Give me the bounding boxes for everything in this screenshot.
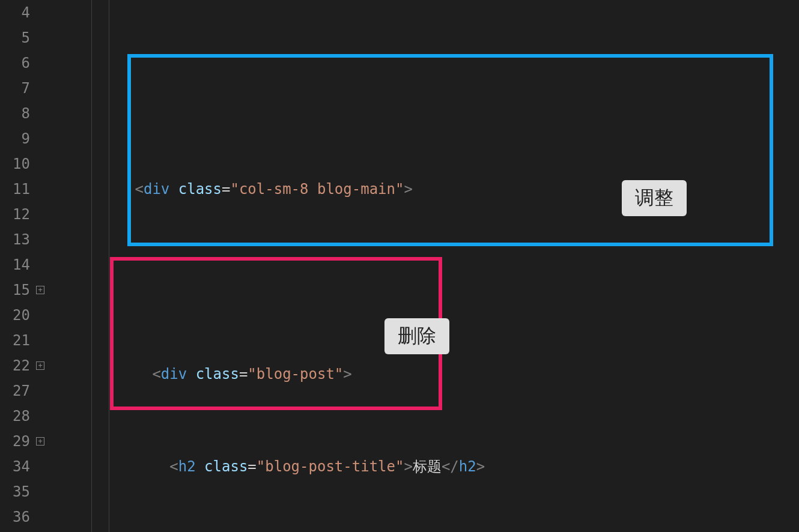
line-number: 10: [0, 151, 48, 177]
line-number: 20: [0, 303, 48, 328]
line-number: 34: [0, 454, 48, 479]
code-content[interactable]: <div class="col-sm-8 blog-main"> <div cl…: [48, 0, 799, 532]
line-number: 15+: [0, 277, 48, 303]
line-number: 29+: [0, 429, 48, 454]
line-number: 6: [0, 50, 48, 76]
line-number: 28: [0, 404, 48, 429]
annotation-label-adjust: 调整: [622, 180, 687, 216]
code-line[interactable]: [48, 269, 799, 294]
line-number: 9: [0, 126, 48, 151]
line-number: 27: [0, 378, 48, 404]
line-number: 13: [0, 227, 48, 252]
line-number: 4: [0, 0, 48, 25]
fold-expand-icon[interactable]: +: [36, 361, 44, 370]
code-line[interactable]: <div class="blog-post">: [48, 361, 799, 387]
line-number: 5: [0, 25, 48, 50]
code-line[interactable]: <h2 class="blog-post-title">标题</h2>: [48, 454, 799, 479]
line-number: 35: [0, 479, 48, 504]
annotation-label-delete: 删除: [384, 318, 449, 354]
indent-guides: [48, 0, 100, 532]
code-line[interactable]: [48, 84, 799, 109]
line-number: 11: [0, 177, 48, 202]
fold-expand-icon[interactable]: +: [36, 437, 44, 446]
fold-expand-icon[interactable]: +: [36, 286, 44, 294]
line-number: 12: [0, 202, 48, 227]
line-number: 8: [0, 101, 48, 126]
line-number: 36: [0, 504, 48, 530]
line-number: 14: [0, 252, 48, 277]
code-editor: 4 5 6 7 8 9 10 11 12 13 14 15+ 20 21 22+…: [0, 0, 799, 532]
line-number: 21: [0, 328, 48, 353]
line-number: 22+: [0, 353, 48, 378]
line-number: 7: [0, 76, 48, 101]
line-number-gutter: 4 5 6 7 8 9 10 11 12 13 14 15+ 20 21 22+…: [0, 0, 48, 532]
